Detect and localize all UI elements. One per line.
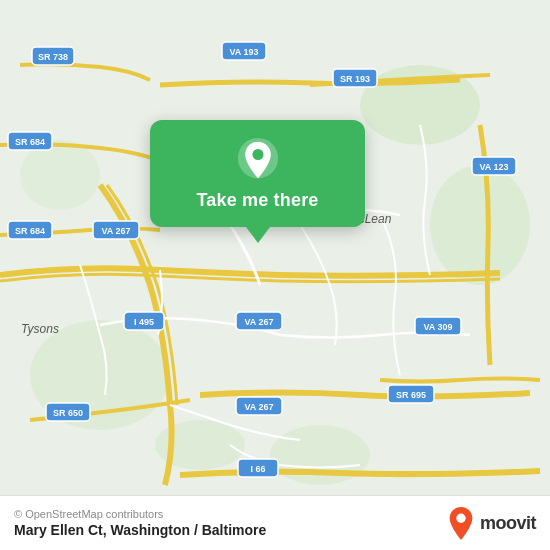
map-popup[interactable]: Take me there — [150, 120, 365, 227]
moovit-logo: moovit — [447, 506, 536, 540]
svg-text:Tysons: Tysons — [21, 322, 59, 336]
svg-text:VA 123: VA 123 — [479, 162, 508, 172]
svg-text:I 495: I 495 — [134, 317, 154, 327]
svg-text:SR 695: SR 695 — [396, 390, 426, 400]
svg-text:VA 193: VA 193 — [229, 47, 258, 57]
map-container: SR 738 VA 193 SR 193 SR 684 VA 123 SR 68… — [0, 0, 550, 550]
svg-text:SR 193: SR 193 — [340, 74, 370, 84]
map-svg: SR 738 VA 193 SR 193 SR 684 VA 123 SR 68… — [0, 0, 550, 550]
copyright-text: © OpenStreetMap contributors — [14, 508, 266, 520]
svg-text:VA 267: VA 267 — [244, 402, 273, 412]
location-pin-icon — [236, 138, 280, 182]
svg-point-2 — [430, 165, 530, 285]
svg-text:SR 684: SR 684 — [15, 226, 45, 236]
svg-point-39 — [456, 514, 465, 523]
svg-text:VA 267: VA 267 — [244, 317, 273, 327]
svg-point-38 — [252, 149, 263, 160]
moovit-pin-icon — [447, 506, 475, 540]
svg-text:VA 267: VA 267 — [101, 226, 130, 236]
svg-text:I 66: I 66 — [250, 464, 265, 474]
svg-text:SR 684: SR 684 — [15, 137, 45, 147]
svg-text:SR 650: SR 650 — [53, 408, 83, 418]
take-me-there-button[interactable]: Take me there — [196, 190, 318, 211]
location-label: Mary Ellen Ct, Washington / Baltimore — [14, 522, 266, 538]
bottom-left: © OpenStreetMap contributors Mary Ellen … — [14, 508, 266, 538]
svg-text:VA 309: VA 309 — [423, 322, 452, 332]
svg-text:SR 738: SR 738 — [38, 52, 68, 62]
moovit-brand-text: moovit — [480, 513, 536, 534]
bottom-bar: © OpenStreetMap contributors Mary Ellen … — [0, 495, 550, 550]
